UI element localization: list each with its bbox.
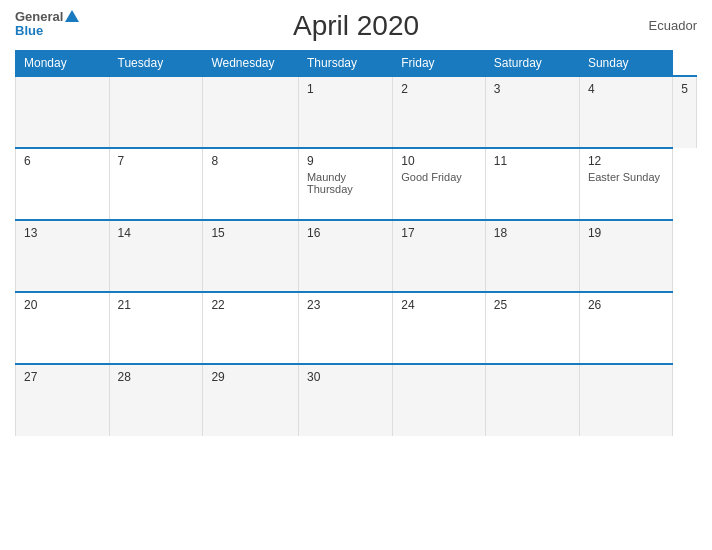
calendar-cell-w1-d6: 3 — [485, 76, 579, 148]
calendar-cell-w1-d1 — [16, 76, 110, 148]
day-number: 16 — [307, 226, 384, 240]
day-number: 17 — [401, 226, 477, 240]
day-number: 18 — [494, 226, 571, 240]
calendar-cell-w5-d6 — [485, 364, 579, 436]
calendar-cell-w4-d2: 21 — [109, 292, 203, 364]
day-number: 3 — [494, 82, 571, 96]
calendar-cell-w3-d2: 14 — [109, 220, 203, 292]
calendar-cell-w2-d2: 7 — [109, 148, 203, 220]
calendar-cell-w2-d1: 6 — [16, 148, 110, 220]
logo-triangle-icon — [65, 10, 79, 22]
calendar-cell-w2-d7: 12Easter Sunday — [579, 148, 672, 220]
calendar-cell-w1-d2 — [109, 76, 203, 148]
week-row-4: 20212223242526 — [16, 292, 697, 364]
header-friday: Friday — [393, 51, 486, 77]
header-saturday: Saturday — [485, 51, 579, 77]
calendar-cell-w5-d4: 30 — [298, 364, 392, 436]
day-number: 19 — [588, 226, 664, 240]
day-number: 30 — [307, 370, 384, 384]
calendar-cell-w1-d8: 5 — [673, 76, 697, 148]
week-row-2: 6789Maundy Thursday10Good Friday1112East… — [16, 148, 697, 220]
calendar-cell-w3-d3: 15 — [203, 220, 299, 292]
day-number: 24 — [401, 298, 477, 312]
day-number: 11 — [494, 154, 571, 168]
logo: General Blue — [15, 10, 79, 39]
calendar-cell-w2-d3: 8 — [203, 148, 299, 220]
calendar-cell-w3-d7: 19 — [579, 220, 672, 292]
logo-general-text: General — [15, 10, 63, 24]
calendar-cell-w2-d6: 11 — [485, 148, 579, 220]
calendar-cell-w2-d5: 10Good Friday — [393, 148, 486, 220]
day-number: 12 — [588, 154, 664, 168]
header-thursday: Thursday — [298, 51, 392, 77]
calendar-cell-w2-d4: 9Maundy Thursday — [298, 148, 392, 220]
calendar-cell-w5-d1: 27 — [16, 364, 110, 436]
day-number: 1 — [307, 82, 384, 96]
calendar-cell-w1-d5: 2 — [393, 76, 486, 148]
calendar-cell-w4-d4: 23 — [298, 292, 392, 364]
calendar-cell-w5-d5 — [393, 364, 486, 436]
week-row-1: 12345 — [16, 76, 697, 148]
holiday-label: Maundy Thursday — [307, 171, 384, 195]
day-number: 2 — [401, 82, 477, 96]
calendar-header-row: Monday Tuesday Wednesday Thursday Friday… — [16, 51, 697, 77]
header-tuesday: Tuesday — [109, 51, 203, 77]
calendar-table: Monday Tuesday Wednesday Thursday Friday… — [15, 50, 697, 436]
logo-blue-text: Blue — [15, 24, 43, 38]
calendar-cell-w3-d6: 18 — [485, 220, 579, 292]
calendar-cell-w4-d6: 25 — [485, 292, 579, 364]
day-number: 14 — [118, 226, 195, 240]
week-row-3: 13141516171819 — [16, 220, 697, 292]
country-label: Ecuador — [649, 18, 697, 33]
calendar-cell-w1-d7: 4 — [579, 76, 672, 148]
calendar-cell-w1-d4: 1 — [298, 76, 392, 148]
header-wednesday: Wednesday — [203, 51, 299, 77]
calendar-cell-w5-d3: 29 — [203, 364, 299, 436]
calendar-header: General Blue April 2020 Ecuador — [15, 10, 697, 42]
holiday-label: Good Friday — [401, 171, 477, 183]
calendar-cell-w4-d7: 26 — [579, 292, 672, 364]
calendar-cell-w4-d3: 22 — [203, 292, 299, 364]
day-number: 5 — [681, 82, 688, 96]
calendar-cell-w3-d1: 13 — [16, 220, 110, 292]
day-number: 6 — [24, 154, 101, 168]
calendar-cell-w1-d3 — [203, 76, 299, 148]
day-number: 26 — [588, 298, 664, 312]
header-monday: Monday — [16, 51, 110, 77]
day-number: 27 — [24, 370, 101, 384]
week-row-5: 27282930 — [16, 364, 697, 436]
day-number: 9 — [307, 154, 384, 168]
day-number: 4 — [588, 82, 664, 96]
day-number: 10 — [401, 154, 477, 168]
day-number: 25 — [494, 298, 571, 312]
header-sunday: Sunday — [579, 51, 672, 77]
day-number: 29 — [211, 370, 290, 384]
day-number: 20 — [24, 298, 101, 312]
calendar-cell-w5-d7 — [579, 364, 672, 436]
calendar-cell-w3-d4: 16 — [298, 220, 392, 292]
calendar-cell-w5-d2: 28 — [109, 364, 203, 436]
day-number: 13 — [24, 226, 101, 240]
calendar-cell-w4-d5: 24 — [393, 292, 486, 364]
day-number: 28 — [118, 370, 195, 384]
day-number: 7 — [118, 154, 195, 168]
day-number: 21 — [118, 298, 195, 312]
day-number: 23 — [307, 298, 384, 312]
day-number: 22 — [211, 298, 290, 312]
calendar-cell-w4-d1: 20 — [16, 292, 110, 364]
calendar-container: General Blue April 2020 Ecuador Monday T… — [0, 0, 712, 550]
calendar-title: April 2020 — [293, 10, 419, 42]
holiday-label: Easter Sunday — [588, 171, 664, 183]
day-number: 15 — [211, 226, 290, 240]
calendar-cell-w3-d5: 17 — [393, 220, 486, 292]
day-number: 8 — [211, 154, 290, 168]
